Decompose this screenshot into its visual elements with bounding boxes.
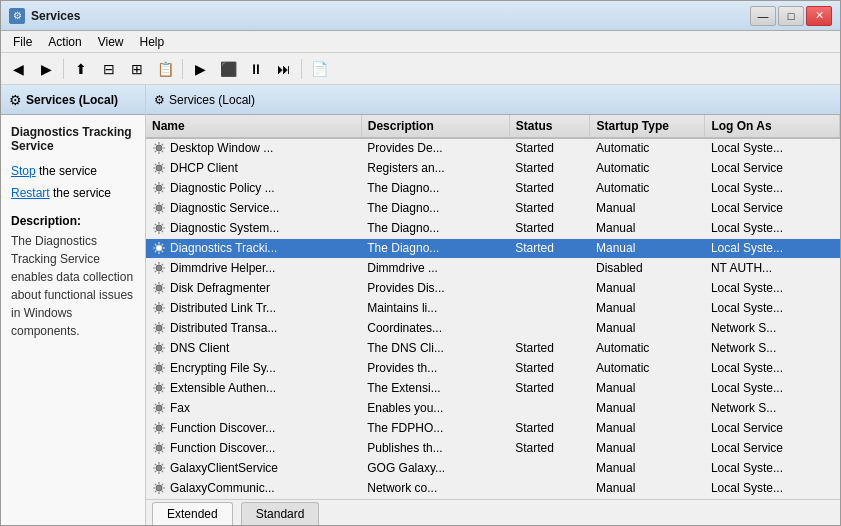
stop-service-link[interactable]: Stop xyxy=(11,164,36,178)
service-name-cell: Extensible Authen... xyxy=(146,378,361,398)
service-logon-cell: Network S... xyxy=(705,338,840,358)
start-service-button[interactable]: ▶ xyxy=(187,57,213,81)
svg-point-2 xyxy=(156,185,162,191)
menu-file[interactable]: File xyxy=(5,33,40,51)
right-panel-icon: ⚙ xyxy=(154,93,165,107)
menu-view[interactable]: View xyxy=(90,33,132,51)
restart-service-link[interactable]: Restart xyxy=(11,186,50,200)
service-name-cell: DHCP Client xyxy=(146,158,361,178)
close-button[interactable]: ✕ xyxy=(806,6,832,26)
service-desc-cell: Network co... xyxy=(361,478,509,498)
restart-text: the service xyxy=(50,186,111,200)
service-startup-cell: Manual xyxy=(590,478,705,498)
services-icon: ⚙ xyxy=(9,92,22,108)
window-controls: — □ ✕ xyxy=(750,6,832,26)
service-desc-cell: Provides th... xyxy=(361,358,509,378)
table-row[interactable]: Function Discover...The FDPHO...StartedM… xyxy=(146,418,840,438)
service-logon-cell: Local Syste... xyxy=(705,298,840,318)
svg-point-4 xyxy=(156,225,162,231)
service-desc-cell: The Diagno... xyxy=(361,178,509,198)
properties-button[interactable]: 📄 xyxy=(306,57,332,81)
service-status-cell: Started xyxy=(509,418,590,438)
table-row[interactable]: Diagnostics Tracki...The Diagno...Starte… xyxy=(146,238,840,258)
bottom-tabs: Extended Standard xyxy=(146,499,840,525)
tab-extended[interactable]: Extended xyxy=(152,502,233,525)
table-row[interactable]: Extensible Authen...The Extensi...Starte… xyxy=(146,378,840,398)
col-header-logon[interactable]: Log On As xyxy=(705,115,840,138)
service-name-cell: Encrypting File Sy... xyxy=(146,358,361,378)
right-panel: ⚙ Services (Local) Name Description Stat… xyxy=(146,85,840,525)
col-header-startup[interactable]: Startup Type xyxy=(590,115,705,138)
show-hide-button[interactable]: ⊟ xyxy=(96,57,122,81)
service-logon-cell: Local Syste... xyxy=(705,138,840,158)
col-header-name[interactable]: Name xyxy=(146,115,361,138)
svg-point-16 xyxy=(156,465,162,471)
table-row[interactable]: GalaxyClientServiceGOG Galaxy...ManualLo… xyxy=(146,458,840,478)
svg-point-1 xyxy=(156,165,162,171)
service-detail-panel: Diagnostics Tracking Service Stop the se… xyxy=(1,115,145,525)
menu-help[interactable]: Help xyxy=(132,33,173,51)
restart-service-button[interactable]: ⏭ xyxy=(271,57,297,81)
service-startup-cell: Manual xyxy=(590,458,705,478)
service-status-cell: Started xyxy=(509,358,590,378)
services-table-container[interactable]: Name Description Status Startup Type Log… xyxy=(146,115,840,499)
minimize-button[interactable]: — xyxy=(750,6,776,26)
service-startup-cell: Automatic xyxy=(590,338,705,358)
table-row[interactable]: Encrypting File Sy...Provides th...Start… xyxy=(146,358,840,378)
menu-bar: File Action View Help xyxy=(1,31,840,53)
service-desc-cell: The Diagno... xyxy=(361,218,509,238)
service-status-cell: Started xyxy=(509,438,590,458)
col-header-status[interactable]: Status xyxy=(509,115,590,138)
table-row[interactable]: Diagnostic System...The Diagno...Started… xyxy=(146,218,840,238)
table-row[interactable]: Desktop Window ...Provides De...StartedA… xyxy=(146,138,840,158)
service-logon-cell: NT AUTH... xyxy=(705,258,840,278)
map-button[interactable]: ⊞ xyxy=(124,57,150,81)
service-desc-cell: Provides De... xyxy=(361,138,509,158)
description-label: Description: xyxy=(11,214,135,228)
table-header-row: Name Description Status Startup Type Log… xyxy=(146,115,840,138)
main-window: ⚙ Services — □ ✕ File Action View Help ◀… xyxy=(0,0,841,526)
service-startup-cell: Manual xyxy=(590,298,705,318)
stop-action-line: Stop the service xyxy=(11,161,135,183)
table-row[interactable]: Function Discover...Publishes th...Start… xyxy=(146,438,840,458)
service-logon-cell: Local Syste... xyxy=(705,458,840,478)
service-startup-cell: Manual xyxy=(590,238,705,258)
table-row[interactable]: Disk DefragmenterProvides Dis...ManualLo… xyxy=(146,278,840,298)
table-row[interactable]: Diagnostic Policy ...The Diagno...Starte… xyxy=(146,178,840,198)
service-startup-cell: Manual xyxy=(590,198,705,218)
separator-1 xyxy=(63,59,64,79)
service-status-cell xyxy=(509,458,590,478)
maximize-button[interactable]: □ xyxy=(778,6,804,26)
table-row[interactable]: Distributed Link Tr...Maintains li...Man… xyxy=(146,298,840,318)
tab-standard[interactable]: Standard xyxy=(241,502,320,525)
table-row[interactable]: GalaxyCommunic...Network co...ManualLoca… xyxy=(146,478,840,498)
export-button[interactable]: 📋 xyxy=(152,57,178,81)
service-startup-cell: Manual xyxy=(590,418,705,438)
service-name-cell: Fax xyxy=(146,398,361,418)
up-button[interactable]: ⬆ xyxy=(68,57,94,81)
stop-service-button[interactable]: ⬛ xyxy=(215,57,241,81)
table-row[interactable]: DHCP ClientRegisters an...StartedAutomat… xyxy=(146,158,840,178)
col-header-description[interactable]: Description xyxy=(361,115,509,138)
pause-service-button[interactable]: ⏸ xyxy=(243,57,269,81)
service-status-cell xyxy=(509,478,590,498)
service-name-cell: Diagnostics Tracki... xyxy=(146,238,361,258)
table-row[interactable]: FaxEnables you...ManualNetwork S... xyxy=(146,398,840,418)
service-desc-cell: The Diagno... xyxy=(361,238,509,258)
service-startup-cell: Manual xyxy=(590,378,705,398)
service-name-cell: Disk Defragmenter xyxy=(146,278,361,298)
service-name-cell: Diagnostic Policy ... xyxy=(146,178,361,198)
table-row[interactable]: Diagnostic Service...The Diagno...Starte… xyxy=(146,198,840,218)
window-title: Services xyxy=(31,9,750,23)
service-status-cell xyxy=(509,298,590,318)
table-row[interactable]: DNS ClientThe DNS Cli...StartedAutomatic… xyxy=(146,338,840,358)
menu-action[interactable]: Action xyxy=(40,33,89,51)
table-row[interactable]: Dimmdrive Helper...Dimmdrive ...Disabled… xyxy=(146,258,840,278)
back-button[interactable]: ◀ xyxy=(5,57,31,81)
app-icon: ⚙ xyxy=(9,8,25,24)
table-row[interactable]: Distributed Transa...Coordinates...Manua… xyxy=(146,318,840,338)
service-name-cell: Function Discover... xyxy=(146,438,361,458)
forward-button[interactable]: ▶ xyxy=(33,57,59,81)
service-logon-cell: Local Syste... xyxy=(705,278,840,298)
service-name-cell: Function Discover... xyxy=(146,418,361,438)
